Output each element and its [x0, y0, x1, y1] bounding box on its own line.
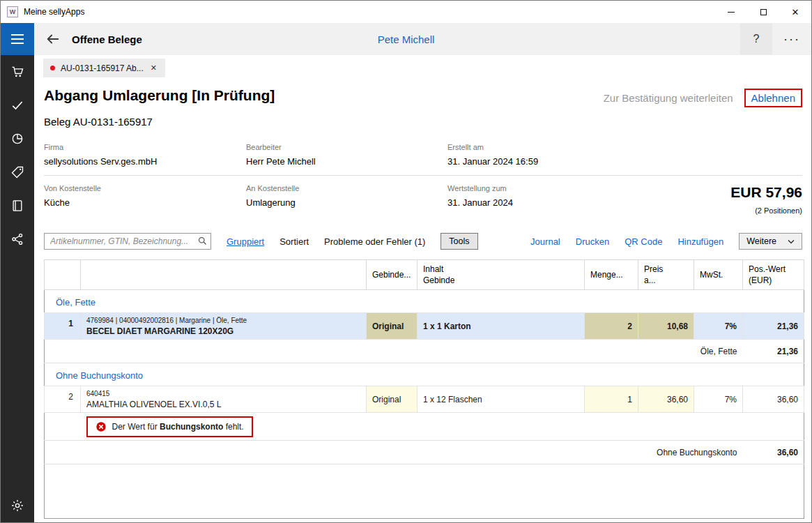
search-wrap — [44, 233, 211, 250]
maximize-button[interactable] — [747, 1, 779, 23]
window-titlebar: W Meine sellyApps ✕ — [1, 1, 811, 23]
sortiert-link[interactable]: Sortiert — [279, 236, 309, 247]
tab-label: AU-0131-165917 Ab... — [61, 63, 144, 73]
sidebar-item-ledger[interactable] — [1, 189, 34, 222]
validation-error-message: Der Wert für Buchungskonto fehlt. — [86, 416, 253, 437]
menu-button[interactable] — [1, 23, 34, 55]
preis-cell[interactable]: 10,68 — [638, 313, 694, 340]
tag-icon — [10, 165, 24, 179]
maximize-icon — [760, 9, 767, 15]
field-erstellt-am: Erstellt am 31. Januar 2024 16:59 — [447, 143, 638, 167]
col-header-menge[interactable]: Menge... — [585, 260, 638, 290]
tab-close-icon[interactable]: ✕ — [149, 63, 158, 73]
sidebar-item-cart[interactable] — [1, 55, 34, 89]
row-number: 2 — [45, 386, 81, 413]
weitere-button[interactable]: Weitere — [739, 233, 802, 250]
col-header-wert[interactable]: Pos.-Wert (EUR) — [743, 260, 804, 290]
cart-icon — [10, 65, 24, 79]
col-header-inhalt[interactable]: Inhalt Gebinde — [418, 260, 585, 290]
more-menu-button[interactable]: ··· — [772, 23, 811, 55]
col-header-bezeichnung[interactable] — [81, 260, 367, 290]
search-input[interactable] — [44, 233, 211, 250]
positions-grid: Gebinde... Inhalt Gebinde Menge... Preis… — [44, 259, 802, 522]
drucken-link[interactable]: Drucken — [576, 236, 609, 247]
sidebar-item-prices[interactable] — [1, 156, 34, 189]
field-an-kostenstelle: An Kostenstelle Umlagerung — [246, 184, 447, 215]
reject-button[interactable]: Ablehnen — [744, 89, 802, 107]
grid-empty-area — [45, 464, 804, 519]
total-block: EUR 57,96 (2 Positionen) — [638, 184, 802, 215]
fields-row-1: Firma sellysolutions Serv.ges.mbH Bearbe… — [44, 135, 802, 176]
position-row-1[interactable]: 1 4769984 | 04000492002816 | Margarine |… — [45, 313, 804, 340]
forward-action[interactable]: Zur Bestätigung weiterleiten — [604, 92, 733, 104]
minimize-icon — [728, 12, 735, 13]
document-tab[interactable]: AU-0131-165917 Ab... ✕ — [43, 59, 165, 77]
article-name: AMALTHIA OLIVENOEL EX.VI.0,5 L — [86, 400, 360, 409]
gebinde-cell[interactable]: Original — [367, 313, 418, 340]
field-von-kostenstelle: Von Kostenstelle Küche — [44, 184, 246, 215]
minimize-button[interactable] — [715, 1, 747, 23]
qr-code-link[interactable]: QR Code — [625, 236, 662, 247]
field-bearbeiter: Bearbeiter Herr Pete Michell — [246, 143, 447, 167]
article-name: BECEL DIAET MARGARINE 120X20G — [86, 326, 360, 336]
group-header-ohne-buchungskonto: Ohne Buchungskonto — [45, 363, 804, 386]
search-icon — [197, 236, 208, 248]
inhalt-cell: 1 x 1 Karton — [418, 313, 585, 340]
mwst-cell: 7% — [694, 313, 743, 340]
user-name[interactable]: Pete Michell — [378, 33, 435, 45]
article-cell: 4769984 | 04000492002816 | Margarine | Ö… — [81, 313, 367, 340]
fields-row-2: Von Kostenstelle Küche An Kostenstelle U… — [44, 176, 802, 223]
mwst-cell: 7% — [694, 386, 743, 413]
wert-cell: 36,60 — [743, 386, 804, 413]
col-header-mwst[interactable]: MwSt. — [694, 260, 743, 290]
close-button[interactable]: ✕ — [779, 1, 811, 23]
subtotal-label: Ohne Buchungskonto — [45, 441, 743, 464]
hamburger-icon — [11, 34, 24, 36]
grid-toolbar: Gruppiert Sortiert Probleme oder Fehler … — [44, 233, 802, 250]
back-arrow-icon — [45, 31, 61, 47]
tab-bar: AU-0131-165917 Ab... ✕ — [34, 55, 811, 77]
preis-cell[interactable]: 36,60 — [638, 386, 694, 413]
check-icon — [10, 98, 24, 112]
document-number: Beleg AU-0131-165917 — [44, 116, 802, 128]
content-area: AU-0131-165917 Ab... ✕ Abgang Umlagerung… — [34, 55, 811, 522]
app-icon: W — [7, 6, 18, 17]
row-number: 1 — [45, 313, 81, 340]
validation-error-row: Der Wert für Buchungskonto fehlt. — [45, 413, 804, 441]
article-meta: 4769984 | 04000492002816 | Margarine | Ö… — [86, 317, 360, 324]
help-button[interactable]: ? — [740, 23, 772, 55]
chevron-down-icon — [788, 239, 795, 244]
col-header-preis[interactable]: Preis a... — [638, 260, 694, 290]
pie-chart-icon — [10, 132, 24, 146]
app-window: W Meine sellyApps ✕ Offene Belege Pete M… — [0, 0, 812, 523]
tools-button[interactable]: Tools — [441, 233, 477, 250]
share-network-icon — [10, 232, 24, 246]
group-header-oele-fette: Öle, Fette — [45, 290, 804, 313]
gruppiert-link[interactable]: Gruppiert — [227, 236, 264, 247]
article-cell: 640415 AMALTHIA OLIVENOEL EX.VI.0,5 L — [81, 386, 367, 413]
menge-cell[interactable]: 2 — [585, 313, 638, 340]
sidebar-item-tasks[interactable] — [1, 89, 34, 122]
gebinde-cell[interactable]: Original — [367, 386, 418, 413]
positions-count: (2 Positionen) — [638, 206, 802, 215]
field-wertstellung: Wertstellung zum 31. Januar 2024 — [447, 184, 638, 215]
menge-cell[interactable]: 1 — [585, 386, 638, 413]
journal-link[interactable]: Journal — [530, 236, 560, 247]
help-icon: ? — [753, 33, 760, 45]
unsaved-dot-icon — [50, 66, 55, 70]
sidebar-item-settings[interactable] — [1, 489, 34, 522]
subtotal-row-oele-fette: Öle, Fette 21,36 — [45, 340, 804, 363]
sidebar-item-reports[interactable] — [1, 122, 34, 156]
document-title: Abgang Umlagerung [In Prüfung] — [44, 87, 275, 104]
probleme-link[interactable]: Probleme oder Fehler (1) — [324, 236, 425, 247]
subtotal-value: 36,60 — [743, 441, 804, 464]
back-button[interactable] — [43, 29, 63, 50]
app-header: Offene Belege Pete Michell ? ··· — [1, 23, 811, 55]
sidebar-item-share[interactable] — [1, 222, 34, 256]
ellipsis-icon: ··· — [783, 32, 800, 47]
hinzufuegen-link[interactable]: Hinzufügen — [677, 236, 723, 247]
col-header-num[interactable] — [45, 260, 81, 290]
gear-icon — [10, 499, 24, 513]
col-header-gebinde[interactable]: Gebinde... — [367, 260, 418, 290]
position-row-2[interactable]: 2 640415 AMALTHIA OLIVENOEL EX.VI.0,5 L … — [45, 386, 804, 413]
